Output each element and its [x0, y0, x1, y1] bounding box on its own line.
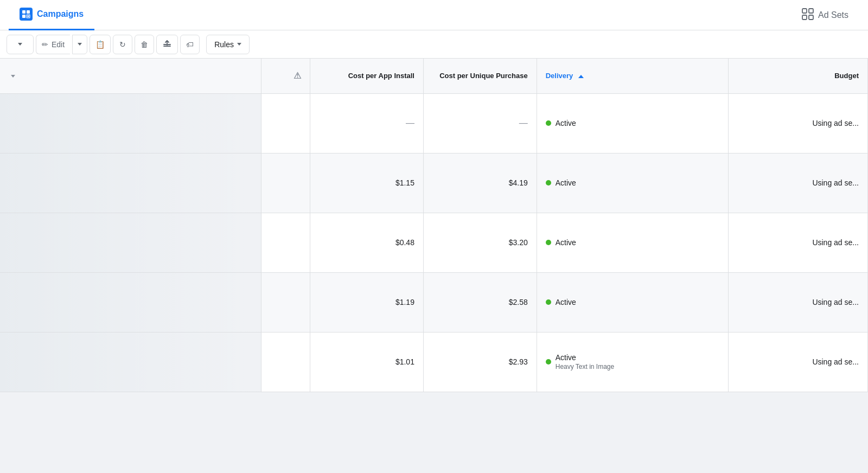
th-cost-app-install[interactable]: Cost per App Install	[310, 59, 424, 93]
th-cost-unique-purchase[interactable]: Cost per Unique Purchase	[423, 59, 537, 93]
chevron-down-icon	[18, 43, 22, 46]
delivery-sub-text: Heavy Text in Image	[556, 363, 615, 370]
cell-cost-unique-purchase: —	[423, 93, 537, 153]
svg-rect-6	[802, 15, 807, 20]
status-dot	[546, 359, 551, 365]
th-budget[interactable]: Budget	[729, 59, 868, 93]
cell-cost-unique-purchase: $4.19	[423, 153, 537, 213]
status-dot	[546, 180, 551, 186]
status-text: Active	[556, 298, 576, 306]
status-dot	[546, 240, 551, 245]
rules-button[interactable]: Rules	[206, 35, 250, 54]
cell-cost-app-install: —	[310, 93, 424, 153]
cell-delivery: Active	[537, 272, 728, 332]
trash-icon: 🗑	[141, 40, 148, 49]
th-delivery[interactable]: Delivery	[537, 59, 728, 93]
refresh-icon: ↻	[119, 40, 126, 49]
table-row[interactable]: $1.19$2.58ActiveUsing ad se...	[0, 272, 868, 332]
status-text: Active	[556, 238, 576, 247]
th-warning[interactable]: ⚠	[261, 59, 310, 93]
svg-rect-2	[22, 15, 25, 18]
edit-dropdown-arrow[interactable]	[72, 35, 87, 54]
cell-delivery: ActiveHeavy Text in Image	[537, 332, 728, 392]
cell-warning	[261, 213, 310, 272]
edit-chevron-icon	[78, 43, 82, 46]
delete-button[interactable]: 🗑	[135, 35, 154, 54]
cell-budget: Using ad se...	[729, 213, 868, 272]
col-sort-arrow	[11, 75, 15, 78]
table-row[interactable]: $0.48$3.20ActiveUsing ad se...	[0, 213, 868, 272]
cell-delivery: Active	[537, 153, 728, 213]
edit-button[interactable]: ✏ Edit	[36, 35, 70, 54]
cell-campaign-name	[0, 332, 261, 392]
svg-rect-1	[27, 10, 30, 14]
copy-button[interactable]: 📋	[90, 35, 111, 54]
tab-ad-sets[interactable]: Ad Sets	[791, 0, 859, 30]
table-header-row: ⚠ Cost per App Install Cost per Unique P…	[0, 59, 868, 93]
cell-campaign-name	[0, 153, 261, 213]
status-dot	[546, 299, 551, 305]
rules-chevron-icon	[237, 43, 241, 46]
campaigns-table: ⚠ Cost per App Install Cost per Unique P…	[0, 59, 868, 392]
delivery-sort-up-icon	[578, 75, 584, 78]
status-text: Active	[556, 353, 615, 362]
edit-label: Edit	[52, 40, 65, 49]
status-dot	[546, 120, 551, 126]
cell-campaign-name	[0, 213, 261, 272]
warning-icon: ⚠	[293, 71, 301, 80]
table-row[interactable]: ——ActiveUsing ad se...	[0, 93, 868, 153]
cell-cost-unique-purchase: $2.58	[423, 272, 537, 332]
cell-warning	[261, 332, 310, 392]
cell-budget: Using ad se...	[729, 272, 868, 332]
svg-rect-0	[22, 10, 25, 14]
campaign-icon	[20, 8, 33, 21]
svg-rect-5	[809, 9, 813, 13]
delivery-status: ActiveHeavy Text in Image	[546, 353, 719, 370]
th-name[interactable]	[0, 59, 261, 93]
export-icon	[162, 39, 172, 50]
rules-label: Rules	[214, 40, 234, 49]
toolbar: ✏ Edit 📋 ↻ 🗑 🏷 Rules	[0, 30, 868, 59]
table-row[interactable]: $1.15$4.19ActiveUsing ad se...	[0, 153, 868, 213]
delivery-status: Active	[546, 238, 719, 247]
delivery-status: Active	[546, 298, 719, 306]
cell-budget: Using ad se...	[729, 332, 868, 392]
tag-icon: 🏷	[186, 40, 194, 49]
cell-campaign-name	[0, 272, 261, 332]
cell-cost-app-install: $0.48	[310, 213, 424, 272]
table-row[interactable]: $1.01$2.93ActiveHeavy Text in ImageUsing…	[0, 332, 868, 392]
cell-warning	[261, 272, 310, 332]
cell-delivery: Active	[537, 93, 728, 153]
cell-budget: Using ad se...	[729, 93, 868, 153]
tab-campaigns[interactable]: Campaigns	[9, 0, 94, 30]
refresh-button[interactable]: ↻	[113, 35, 132, 54]
top-nav: Campaigns Ad Sets	[0, 0, 868, 30]
cell-delivery: Active	[537, 213, 728, 272]
ad-sets-label: Ad Sets	[818, 10, 848, 20]
export-button[interactable]	[156, 35, 178, 54]
cell-cost-app-install: $1.19	[310, 272, 424, 332]
filter-dropdown-btn[interactable]	[7, 35, 34, 54]
cell-campaign-name	[0, 93, 261, 153]
ad-sets-icon	[802, 8, 814, 22]
tag-button[interactable]: 🏷	[180, 35, 200, 54]
status-text: Active	[556, 119, 576, 127]
cell-warning	[261, 93, 310, 153]
cell-cost-unique-purchase: $3.20	[423, 213, 537, 272]
cell-cost-app-install: $1.15	[310, 153, 424, 213]
pencil-icon: ✏	[42, 40, 48, 49]
copy-icon: 📋	[95, 40, 105, 49]
svg-rect-7	[809, 15, 813, 20]
cell-cost-app-install: $1.01	[310, 332, 424, 392]
delivery-status: Active	[546, 178, 719, 187]
svg-rect-4	[802, 9, 807, 13]
campaigns-label: Campaigns	[37, 9, 84, 19]
status-text: Active	[556, 178, 576, 187]
cell-warning	[261, 153, 310, 213]
cell-budget: Using ad se...	[729, 153, 868, 213]
delivery-status: Active	[546, 119, 719, 127]
cell-cost-unique-purchase: $2.93	[423, 332, 537, 392]
